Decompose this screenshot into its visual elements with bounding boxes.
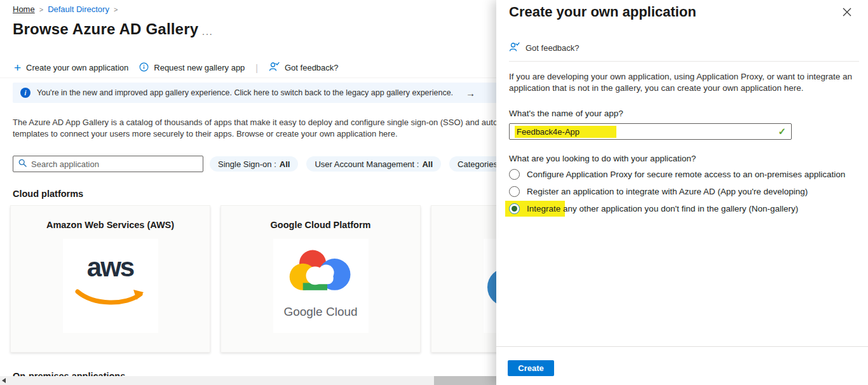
google-cloud-logo-text: Google Cloud xyxy=(273,305,369,319)
info-icon xyxy=(139,62,149,74)
aws-smile-icon xyxy=(75,288,146,309)
panel-got-feedback-button[interactable]: Got feedback? xyxy=(509,42,580,54)
search-icon xyxy=(18,158,27,170)
create-button[interactable]: Create xyxy=(508,360,554,376)
aws-logo: aws xyxy=(63,239,158,333)
aws-logo-text: aws xyxy=(63,254,158,281)
panel-description: If you are developing your own applicati… xyxy=(509,71,855,93)
feedback-icon xyxy=(509,42,520,54)
breadcrumb-home[interactable]: Home xyxy=(13,4,35,14)
filter-label: Single Sign-on : xyxy=(218,159,276,169)
radio-label: Register an application to integrate wit… xyxy=(527,187,808,196)
intro-text-line2: templates to connect your users more sec… xyxy=(13,129,398,138)
scroll-left-arrow[interactable] xyxy=(2,378,6,383)
section-cloud-platforms: Cloud platforms xyxy=(13,189,83,199)
panel-divider xyxy=(509,61,859,62)
filter-user-account-management[interactable]: User Account Management : All xyxy=(306,156,441,172)
radio-integrate-non-gallery[interactable]: Integrate any other application you don'… xyxy=(509,203,798,214)
google-cloud-icon xyxy=(285,244,358,302)
got-feedback-button[interactable]: Got feedback? xyxy=(269,62,339,74)
banner-text: You're in the new and improved app galle… xyxy=(37,88,453,97)
app-action-question: What are you looking to do with your app… xyxy=(509,154,696,163)
filter-pills: Single Sign-on : All User Account Manage… xyxy=(210,156,524,172)
intro-text-line1: The Azure AD App Gallery is a catalog of… xyxy=(13,118,520,127)
breadcrumb: Home > Default Directory > xyxy=(13,4,118,14)
request-new-gallery-app-button[interactable]: Request new gallery app xyxy=(139,62,245,74)
breadcrumb-separator: > xyxy=(114,6,118,13)
filter-single-sign-on[interactable]: Single Sign-on : All xyxy=(210,156,298,172)
command-label: Create your own application xyxy=(26,63,128,72)
close-icon[interactable] xyxy=(843,8,851,19)
radio-register-application[interactable]: Register an application to integrate wit… xyxy=(509,186,808,197)
panel-footer-divider xyxy=(496,346,868,347)
filter-label: User Account Management : xyxy=(315,159,419,169)
panel-feedback-label: Got feedback? xyxy=(526,43,580,53)
app-name-question: What's the name of your app? xyxy=(509,109,623,118)
radio-icon xyxy=(509,169,520,180)
radio-label: Integrate any other application you don'… xyxy=(527,204,798,213)
card-google-cloud[interactable]: Google Cloud Platform Google Cloud xyxy=(220,205,421,353)
filter-label: Categories : xyxy=(458,159,502,169)
breadcrumb-default-directory[interactable]: Default Directory xyxy=(48,4,109,14)
search-application-input[interactable] xyxy=(31,159,198,169)
command-label: Got feedback? xyxy=(285,63,339,72)
command-label: Request new gallery app xyxy=(154,63,245,72)
breadcrumb-separator: > xyxy=(39,6,43,13)
command-bar: + Create your own application Request ne… xyxy=(14,62,339,74)
app-name-input[interactable]: Feedback4e-App ✓ xyxy=(509,123,792,140)
google-cloud-logo: Google Cloud xyxy=(273,239,369,333)
page-title: Browse Azure AD Gallery xyxy=(13,20,198,38)
info-filled-icon: i xyxy=(20,88,31,98)
card-title: Amazon Web Services (AWS) xyxy=(11,220,210,230)
scrollbar-thumb[interactable] xyxy=(434,376,496,385)
toolbar-divider: | xyxy=(255,63,258,73)
radio-selected-icon xyxy=(509,203,520,214)
radio-icon xyxy=(509,186,520,197)
filter-value: All xyxy=(280,159,290,169)
app-name-value: Feedback4e-App xyxy=(515,126,616,138)
feedback-icon xyxy=(269,62,280,74)
filter-value: All xyxy=(422,159,433,169)
card-title: Google Cloud Platform xyxy=(221,220,420,230)
more-options-button[interactable]: ... xyxy=(202,27,214,37)
panel-title: Create your own application xyxy=(509,4,696,20)
arrow-right-icon: → xyxy=(466,88,475,98)
create-your-own-application-panel: Create your own application Got feedback… xyxy=(496,0,868,385)
checkmark-icon: ✓ xyxy=(778,126,786,137)
horizontal-scrollbar[interactable] xyxy=(0,376,496,385)
search-application-box[interactable] xyxy=(13,156,203,172)
radio-configure-app-proxy[interactable]: Configure Application Proxy for secure r… xyxy=(509,169,845,180)
create-your-own-application-button[interactable]: + Create your own application xyxy=(14,63,128,72)
add-icon: + xyxy=(14,64,21,72)
radio-label: Configure Application Proxy for secure r… xyxy=(527,170,845,179)
card-aws[interactable]: Amazon Web Services (AWS) aws xyxy=(10,205,210,353)
